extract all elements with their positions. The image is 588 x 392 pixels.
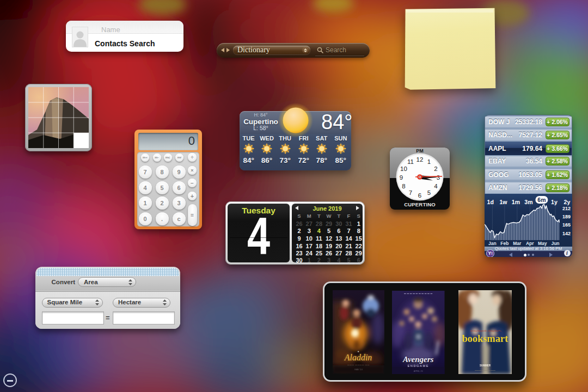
svg-text:5: 5 — [427, 189, 431, 196]
svg-text:8: 8 — [402, 183, 405, 189]
svg-text:2: 2 — [434, 166, 437, 172]
svg-text:10: 10 — [400, 166, 407, 172]
svg-text:9: 9 — [400, 174, 403, 181]
svg-text:6: 6 — [418, 192, 421, 199]
svg-text:12: 12 — [416, 156, 424, 163]
svg-text:4: 4 — [434, 183, 438, 189]
svg-text:1: 1 — [427, 158, 431, 165]
svg-text:7: 7 — [409, 189, 412, 196]
svg-text:11: 11 — [407, 158, 414, 165]
